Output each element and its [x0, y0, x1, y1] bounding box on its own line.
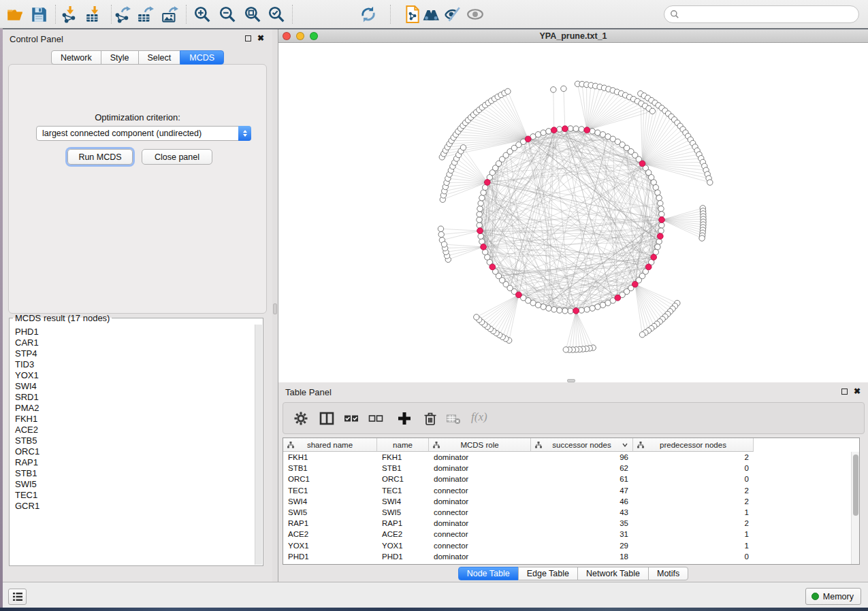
export-network-icon[interactable]: [114, 5, 131, 23]
mcds-list-scrollbar[interactable]: [255, 325, 262, 565]
delete-table-icon[interactable]: [445, 410, 462, 427]
scrollbar-thumb[interactable]: [853, 455, 858, 516]
memory-button[interactable]: Memory: [805, 588, 861, 605]
mcds-result-item[interactable]: SRD1: [15, 392, 255, 403]
import-network-icon[interactable]: [61, 5, 78, 23]
cell-successor-nodes: 61: [531, 475, 633, 483]
zoom-fit-icon[interactable]: [244, 5, 261, 23]
table-row[interactable]: ACE2ACE2connector311: [283, 529, 851, 540]
function-builder-icon[interactable]: f(x): [471, 410, 487, 424]
mcds-result-item[interactable]: PHD1: [15, 327, 255, 337]
mcds-result-item[interactable]: TID3: [15, 359, 255, 370]
tab-mcds[interactable]: MCDS: [180, 50, 224, 65]
mcds-result-item[interactable]: STB1: [15, 468, 255, 479]
table-scrollbar[interactable]: [851, 452, 859, 564]
new-network-from-selection-icon[interactable]: [404, 5, 421, 23]
close-panel-icon[interactable]: ✖: [854, 388, 861, 395]
hide-selected-icon[interactable]: [444, 5, 462, 23]
apply-layout-icon[interactable]: [359, 5, 377, 23]
mcds-result-item[interactable]: GCR1: [15, 501, 255, 512]
save-icon[interactable]: [30, 5, 48, 23]
column-header-predecessor-nodes[interactable]: predecessor nodes: [633, 438, 754, 452]
toolbar-separator: [292, 5, 293, 24]
tab-node-table[interactable]: Node Table: [458, 567, 519, 580]
mcds-result-item[interactable]: ACE2: [15, 425, 255, 435]
zoom-out-icon[interactable]: [219, 5, 236, 23]
tab-edge-table[interactable]: Edge Table: [518, 567, 578, 580]
select-stepper-icon: [238, 126, 251, 141]
table-row[interactable]: SWI5SWI5connector431: [283, 507, 851, 518]
mcds-result-item[interactable]: SWI4: [15, 381, 255, 392]
zoom-in-icon[interactable]: [193, 5, 211, 23]
import-table-icon[interactable]: [85, 5, 103, 23]
column-header-shared-name[interactable]: shared name: [283, 438, 377, 452]
mcds-result-item[interactable]: ORC1: [15, 446, 255, 457]
table-row[interactable]: PHD1PHD1dominator180: [283, 551, 851, 562]
mcds-result-item[interactable]: STB5: [15, 435, 255, 446]
search-input[interactable]: [664, 5, 859, 23]
cell-MCDS-role: dominator: [429, 519, 531, 527]
column-label: MCDS role: [460, 441, 498, 449]
network-graph[interactable]: [278, 43, 868, 382]
tab-style[interactable]: Style: [101, 50, 139, 65]
mcds-result-item[interactable]: STP4: [15, 348, 255, 359]
cell-successor-nodes: 18: [531, 552, 633, 561]
table-settings-gear-icon[interactable]: [293, 410, 309, 427]
open-icon[interactable]: [6, 5, 24, 23]
optimization-criterion-select[interactable]: largest connected component (undirected): [36, 126, 251, 141]
table-row[interactable]: TEC1TEC1connector472: [283, 485, 851, 496]
select-all-icon[interactable]: [343, 410, 359, 427]
mcds-result-item[interactable]: YOX1: [15, 370, 255, 381]
column-header-successor-nodes[interactable]: successor nodes: [531, 438, 633, 452]
show-columns-icon[interactable]: [319, 410, 335, 427]
export-table-icon[interactable]: [137, 5, 155, 23]
show-all-icon[interactable]: [466, 5, 484, 23]
delete-column-trash-icon[interactable]: [422, 410, 438, 427]
vertical-splitter[interactable]: [272, 29, 278, 582]
deselect-all-icon[interactable]: [368, 410, 384, 427]
tab-network-table[interactable]: Network Table: [577, 567, 649, 580]
column-header-MCDS-role[interactable]: MCDS role: [429, 438, 531, 452]
column-type-icon: [287, 442, 294, 448]
network-window-titlebar[interactable]: YPA_prune.txt_1: [278, 29, 868, 43]
add-column-plus-icon[interactable]: [396, 410, 413, 427]
zoom-selected-icon[interactable]: [268, 5, 285, 23]
cell-successor-nodes: 62: [531, 464, 633, 472]
table-row[interactable]: YOX1YOX1connector291: [283, 540, 851, 551]
mcds-result-item[interactable]: CAR1: [15, 337, 255, 348]
column-header-name[interactable]: name: [377, 438, 429, 452]
cell-shared-name: ACE2: [283, 530, 377, 538]
float-panel-icon[interactable]: [841, 389, 848, 395]
mcds-result-item[interactable]: TEC1: [15, 490, 255, 501]
mcds-result-list[interactable]: PHD1CAR1STP4TID3YOX1SWI4SRD1PMA2FKH1ACE2…: [10, 325, 255, 565]
table-row[interactable]: STB1STB1dominator620: [283, 463, 851, 474]
tab-motifs[interactable]: Motifs: [648, 567, 688, 580]
export-image-icon[interactable]: [161, 5, 179, 23]
table-row[interactable]: RAP1RAP1dominator352: [283, 518, 851, 529]
mcds-result-item[interactable]: SWI5: [15, 479, 255, 490]
status-list-button[interactable]: [8, 589, 27, 605]
close-panel-icon[interactable]: ✖: [257, 35, 264, 42]
first-neighbors-icon[interactable]: [422, 5, 440, 23]
cell-MCDS-role: connector: [429, 486, 531, 495]
table-row[interactable]: ORC1ORC1dominator610: [283, 474, 851, 484]
cell-successor-nodes: 29: [531, 542, 633, 550]
float-panel-icon[interactable]: [245, 35, 251, 42]
mcds-result-item[interactable]: PMA2: [15, 403, 255, 414]
splitter-grip[interactable]: [273, 303, 277, 314]
network-canvas[interactable]: [278, 43, 868, 382]
cell-shared-name: SWI5: [283, 508, 377, 516]
mcds-result-item[interactable]: FKH1: [15, 414, 255, 425]
horizontal-splitter-grip[interactable]: [567, 379, 575, 382]
mcds-result-item[interactable]: RAP1: [15, 457, 255, 468]
run-mcds-button[interactable]: Run MCDS: [67, 149, 133, 165]
cell-MCDS-role: connector: [429, 508, 531, 516]
table-row[interactable]: SWI4SWI4dominator462: [283, 496, 851, 507]
tab-select[interactable]: Select: [138, 50, 181, 65]
table-row[interactable]: FKH1FKH1dominator962: [283, 452, 851, 463]
search-icon: [670, 10, 679, 19]
search-field[interactable]: [683, 7, 858, 21]
close-panel-button[interactable]: Close panel: [142, 149, 212, 165]
cell-name: ACE2: [377, 530, 429, 538]
tab-network[interactable]: Network: [51, 50, 101, 65]
